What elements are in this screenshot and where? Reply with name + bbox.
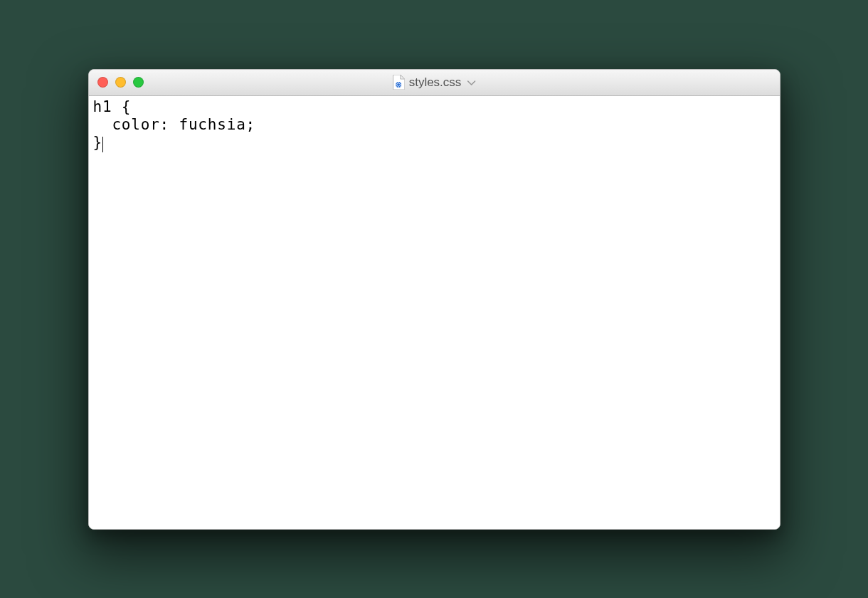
code-content[interactable]: h1 { color: fuchsia; } bbox=[93, 98, 776, 152]
traffic-lights bbox=[97, 77, 144, 88]
window-title-area[interactable]: styles.css bbox=[393, 75, 476, 90]
window-title: styles.css bbox=[409, 75, 462, 90]
app-window: styles.css h1 { color: fuchsia; } bbox=[88, 69, 780, 530]
code-line-2: color: fuchsia; bbox=[93, 116, 256, 133]
window-close-button[interactable] bbox=[97, 77, 108, 88]
chevron-down-icon[interactable] bbox=[467, 77, 475, 88]
code-line-3: } bbox=[93, 134, 102, 151]
titlebar[interactable]: styles.css bbox=[89, 70, 780, 96]
code-line-1: h1 { bbox=[93, 98, 132, 115]
window-minimize-button[interactable] bbox=[115, 77, 126, 88]
window-zoom-button[interactable] bbox=[133, 77, 144, 88]
text-cursor bbox=[102, 137, 104, 152]
css-file-icon bbox=[393, 75, 405, 90]
text-editor[interactable]: h1 { color: fuchsia; } bbox=[89, 96, 780, 529]
